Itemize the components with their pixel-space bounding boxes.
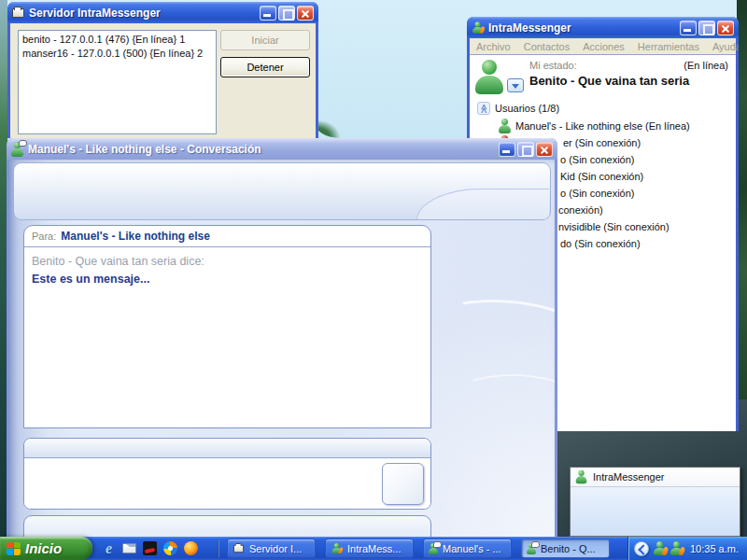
send-button[interactable] bbox=[382, 463, 424, 505]
media-app-icon[interactable] bbox=[142, 540, 158, 556]
contact-label: nvisidible (Sin conexión) bbox=[558, 221, 669, 232]
collapse-group-icon[interactable] bbox=[477, 102, 490, 115]
server-titlebar[interactable]: Servidor IntraMessenger bbox=[7, 2, 318, 23]
task-button-label: Manuel's - ... bbox=[443, 543, 501, 554]
maximize-button[interactable] bbox=[517, 142, 534, 157]
to-label: Para: bbox=[32, 231, 56, 242]
status-dropdown-button[interactable] bbox=[507, 78, 524, 92]
messenger-window-title: IntraMessenger bbox=[488, 21, 680, 35]
tab-curve bbox=[416, 189, 549, 220]
taskbar: Inicio e Servidor I... IntraMess... Manu… bbox=[0, 537, 747, 560]
conversation-titlebar[interactable]: Manuel's - Like nothing else - Conversac… bbox=[7, 138, 557, 160]
tray-messenger-icon[interactable] bbox=[670, 541, 683, 555]
minimize-button[interactable] bbox=[260, 6, 276, 21]
recipient-header: Para: Manuel's - Like nothing else bbox=[24, 226, 430, 247]
message-history: Benito - Que vaina tan seria dice: Este … bbox=[24, 247, 430, 294]
message-text: Este es un mensaje... bbox=[32, 271, 423, 288]
task-button-servidor[interactable]: Servidor I... bbox=[227, 539, 316, 558]
conversation-window-title: Manuel's - Like nothing else - Conversac… bbox=[28, 143, 499, 156]
task-button-label: Benito - Q... bbox=[541, 543, 596, 554]
chat-icon bbox=[527, 543, 536, 554]
contact-label: er (Sin conexión) bbox=[563, 137, 641, 148]
minimize-button[interactable] bbox=[499, 142, 515, 157]
menu-bar: Archivo Contactos Acciones Herramientas … bbox=[470, 38, 736, 55]
minimize-button[interactable] bbox=[680, 21, 697, 35]
maximize-button[interactable] bbox=[278, 6, 295, 21]
server-window: Servidor IntraMessenger benito - 127.0.0… bbox=[7, 2, 318, 138]
contact-label: o (Sin conexión) bbox=[560, 154, 635, 165]
task-button-label: Servidor I... bbox=[249, 543, 302, 554]
status-name[interactable]: Benito - Que vaina tan seria bbox=[529, 74, 689, 88]
windows-flag-icon bbox=[7, 542, 21, 555]
input-toolbar bbox=[24, 439, 430, 458]
client-row[interactable]: benito - 127.0.0.1 (476) {En línea} 1 bbox=[22, 33, 212, 47]
maximize-button[interactable] bbox=[698, 21, 715, 35]
popup-title: IntraMessenger bbox=[593, 471, 664, 483]
contact-label: Manuel's - Like nothing else (En línea) bbox=[515, 120, 690, 132]
status-label: Mi estado: bbox=[529, 60, 577, 71]
message-history-panel[interactable]: Para: Manuel's - Like nothing else Benit… bbox=[23, 225, 431, 428]
tray-messenger-icon[interactable] bbox=[654, 541, 666, 555]
contact-row[interactable]: Manuel's - Like nothing else (En línea) bbox=[470, 118, 736, 134]
task-button-label: IntraMess... bbox=[347, 543, 401, 554]
to-name: Manuel's - Like nothing else bbox=[61, 230, 210, 243]
conversation-window: Manuel's - Like nothing else - Conversac… bbox=[7, 138, 557, 560]
contact-label: conexión) bbox=[558, 204, 603, 216]
popup-titlebar: IntraMessenger bbox=[571, 468, 740, 487]
media-player-icon[interactable] bbox=[162, 540, 178, 556]
my-avatar bbox=[475, 60, 503, 94]
conversation-window-icon bbox=[11, 142, 23, 157]
close-button[interactable] bbox=[297, 6, 314, 21]
desktop: Servidor IntraMessenger benito - 127.0.0… bbox=[0, 0, 747, 560]
contact-label: do (Sin conexión) bbox=[560, 238, 641, 249]
start-label: Inicio bbox=[25, 540, 62, 556]
messenger-icon bbox=[332, 543, 342, 553]
system-tray: 10:35 a.m. bbox=[627, 537, 747, 560]
tray-collapse-chevron[interactable] bbox=[634, 541, 649, 556]
contact-group-header[interactable]: Usuarios (1/8) bbox=[470, 101, 736, 117]
messenger-titlebar[interactable]: IntraMessenger bbox=[467, 17, 739, 38]
close-button[interactable] bbox=[717, 21, 734, 35]
toolbar-band bbox=[13, 162, 551, 220]
quick-launch: e bbox=[101, 537, 199, 560]
clock: 10:35 a.m. bbox=[690, 543, 739, 554]
server-window-icon bbox=[12, 8, 24, 18]
contact-label: Kid (Sin conexión) bbox=[560, 171, 643, 182]
folder-icon bbox=[233, 544, 244, 553]
taskbar-divider bbox=[218, 539, 219, 557]
stop-server-button[interactable]: Detener bbox=[220, 57, 310, 77]
menu-herramientas[interactable]: Herramientas bbox=[631, 41, 706, 52]
conversation-body: Para: Manuel's - Like nothing else Benit… bbox=[9, 160, 555, 560]
start-server-button[interactable]: Iniciar bbox=[220, 30, 310, 50]
messenger-window-icon bbox=[472, 21, 483, 34]
task-button-intramessenger[interactable]: IntraMess... bbox=[325, 539, 414, 558]
menu-contactos[interactable]: Contactos bbox=[517, 41, 577, 52]
client-row[interactable]: manser16 - 127.0.0.1 (500) {En línea} 2 bbox=[22, 47, 212, 61]
contact-label: o (Sin conexión) bbox=[560, 188, 635, 199]
internet-explorer-icon[interactable]: e bbox=[101, 540, 117, 556]
input-panel bbox=[23, 438, 431, 510]
task-button-benito[interactable]: Benito - Q... bbox=[521, 539, 610, 558]
status-state: (En línea) bbox=[684, 60, 728, 71]
message-from-line: Benito - Que vaina tan seria dice: bbox=[32, 253, 423, 271]
task-button-manuels[interactable]: Manuel's - ... bbox=[423, 539, 512, 558]
menu-archivo[interactable]: Archivo bbox=[470, 41, 517, 52]
mail-icon[interactable] bbox=[121, 540, 137, 556]
start-button[interactable]: Inicio bbox=[0, 537, 92, 560]
messenger-popup[interactable]: IntraMessenger bbox=[570, 467, 740, 537]
close-button[interactable] bbox=[536, 142, 553, 157]
status-area: Mi estado: (En línea) Benito - Que vaina… bbox=[470, 55, 736, 100]
menu-ayuda[interactable]: Ayuda bbox=[706, 41, 739, 52]
server-window-body: benito - 127.0.0.1 (476) {En línea} 1 ma… bbox=[10, 23, 316, 138]
message-input[interactable] bbox=[24, 458, 430, 509]
menu-acciones[interactable]: Acciones bbox=[576, 41, 631, 52]
server-window-title: Servidor IntraMessenger bbox=[29, 7, 260, 20]
chat-icon bbox=[429, 543, 438, 554]
firefox-icon[interactable] bbox=[183, 540, 199, 556]
group-label: Usuarios (1/8) bbox=[495, 103, 559, 114]
clients-listbox[interactable]: benito - 127.0.0.1 (476) {En línea} 1 ma… bbox=[18, 30, 217, 134]
online-contact-icon bbox=[499, 119, 511, 133]
popup-icon bbox=[576, 470, 587, 483]
